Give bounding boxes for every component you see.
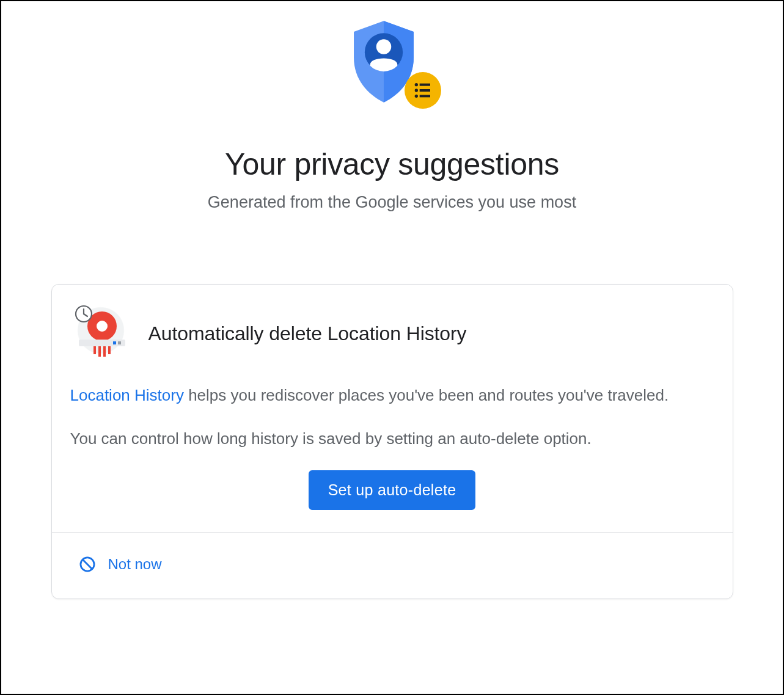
suggestion-card: Automatically delete Location History Lo… <box>51 284 733 599</box>
svg-rect-3 <box>419 84 430 86</box>
card-description-1-text: helps you rediscover places you've been … <box>184 386 669 404</box>
card-description-1: Location History helps you rediscover pl… <box>70 384 714 407</box>
location-history-link[interactable]: Location History <box>70 386 184 404</box>
not-now-label: Not now <box>108 556 162 573</box>
svg-rect-7 <box>419 95 430 97</box>
svg-point-4 <box>414 89 417 92</box>
svg-point-2 <box>414 83 417 86</box>
card-body: Location History helps you rediscover pl… <box>52 370 733 532</box>
svg-rect-16 <box>118 341 121 344</box>
list-badge-icon <box>405 72 441 109</box>
card-title: Automatically delete Location History <box>148 322 467 345</box>
svg-point-6 <box>414 95 417 98</box>
location-history-icon <box>70 303 131 364</box>
setup-auto-delete-button[interactable]: Set up auto-delete <box>309 470 476 510</box>
svg-rect-12 <box>103 346 106 357</box>
page-title: Your privacy suggestions <box>225 147 559 182</box>
page-subtitle: Generated from the Google services you u… <box>208 193 576 212</box>
card-header: Automatically delete Location History <box>52 285 733 370</box>
not-now-button[interactable]: Not now <box>79 556 162 573</box>
card-description-2: You can control how long history is save… <box>70 427 714 451</box>
card-footer: Not now <box>52 532 733 599</box>
svg-rect-11 <box>98 346 101 357</box>
block-icon <box>79 556 96 573</box>
svg-rect-5 <box>419 89 430 92</box>
privacy-shield-icon <box>350 20 435 111</box>
svg-point-9 <box>97 321 108 332</box>
svg-line-21 <box>82 559 92 569</box>
svg-point-1 <box>376 39 390 54</box>
svg-rect-15 <box>113 341 116 344</box>
